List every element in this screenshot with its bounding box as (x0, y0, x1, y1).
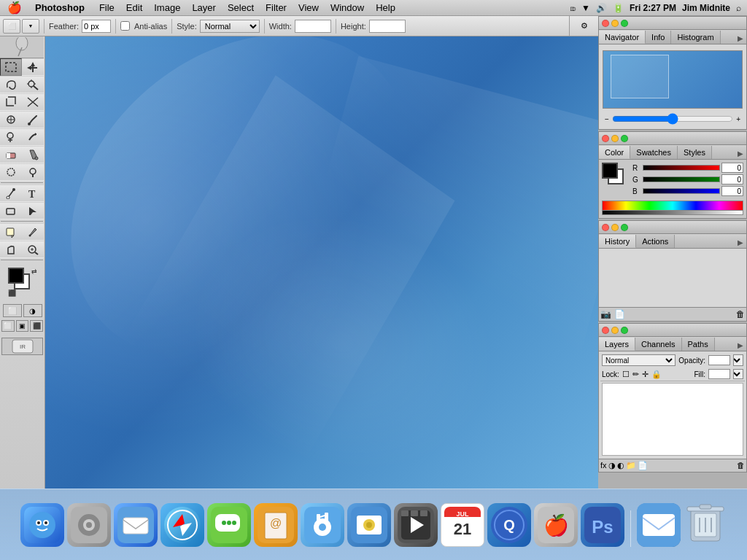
dock-item-trash[interactable] (684, 503, 727, 547)
dock-item-addressbook[interactable]: @ (254, 503, 298, 547)
crop-tool[interactable] (0, 93, 22, 111)
menu-edit[interactable]: Edit (120, 0, 148, 16)
dodge-tool[interactable] (22, 163, 44, 181)
default-colors-btn[interactable]: ⬛ (8, 289, 16, 297)
jump-btn[interactable]: IR (1, 338, 43, 355)
eyedropper-tool[interactable] (22, 223, 44, 241)
add-mask-btn[interactable]: ◑ (608, 461, 616, 470)
delete-state-btn[interactable]: 🗑 (736, 309, 745, 319)
color-expand[interactable]: ▶ (735, 148, 746, 159)
zoom-slider[interactable] (612, 113, 733, 125)
color-spectrum-bar[interactable] (602, 201, 743, 211)
color-bw-bar[interactable] (602, 211, 743, 215)
screen-mode-2[interactable]: ▣ (16, 320, 29, 332)
width-input[interactable] (295, 20, 331, 33)
zoom-out-btn[interactable]: − (605, 115, 609, 123)
marquee-tool-btn[interactable]: ⬜ (3, 19, 20, 34)
channel-g-slider[interactable] (643, 176, 720, 182)
channel-b-slider[interactable] (643, 188, 720, 194)
new-adjustment-btn[interactable]: ◐ (617, 461, 624, 470)
notes-tool[interactable] (0, 223, 22, 241)
blur-tool[interactable] (0, 163, 22, 181)
tab-histogram[interactable]: Histogram (671, 31, 720, 44)
dock-item-iphoto[interactable] (347, 503, 391, 547)
color-close-btn[interactable] (602, 135, 609, 142)
history-close-btn[interactable] (602, 224, 609, 231)
layers-zoom-btn[interactable] (621, 327, 628, 334)
battery-icon[interactable]: 🔋 (613, 3, 624, 13)
add-layer-style-btn[interactable]: fx (600, 461, 607, 470)
toolbar-right-btn[interactable]: ⚙ (569, 16, 598, 36)
style-select[interactable]: Normal Fixed Ratio Fixed Size (200, 20, 260, 33)
menu-image[interactable]: Image (148, 0, 186, 16)
lock-image-btn[interactable]: ✏ (632, 370, 639, 379)
marquee-options-btn[interactable]: ▼ (22, 19, 39, 34)
fill-arrow[interactable] (733, 369, 743, 379)
shape-tool[interactable] (0, 202, 22, 219)
dock-item-finalcut[interactable] (394, 503, 438, 547)
opacity-input[interactable] (708, 355, 730, 365)
lock-all-btn[interactable]: 🔒 (651, 370, 662, 379)
tab-channels[interactable]: Channels (635, 338, 681, 351)
channel-r-input[interactable] (721, 163, 743, 173)
new-group-btn[interactable]: 📁 (626, 461, 636, 470)
clone-tool[interactable] (0, 128, 22, 146)
layers-list[interactable] (602, 383, 743, 456)
menu-select[interactable]: Select (222, 0, 260, 16)
volume-icon[interactable]: 🔊 (596, 3, 607, 13)
tab-color[interactable]: Color (599, 146, 630, 159)
quick-mask-btn[interactable]: ◑ (23, 304, 42, 317)
color-zoom-btn[interactable] (621, 135, 628, 142)
pen-tool[interactable] (0, 184, 22, 202)
user-name[interactable]: Jim Midnite (682, 3, 730, 13)
paint-bucket-tool[interactable] (22, 146, 44, 163)
canvas-area[interactable] (0, 36, 598, 489)
eraser-tool[interactable] (0, 146, 22, 163)
nav-close-btn[interactable] (602, 20, 609, 27)
move-tool[interactable] (22, 58, 44, 76)
color-fg-swatch[interactable] (602, 163, 618, 179)
blend-mode-select[interactable]: Normal Multiply Screen (602, 354, 676, 366)
dock-item-itunes[interactable] (301, 503, 344, 547)
new-layer-btn[interactable]: 📄 (638, 461, 648, 470)
color-minimize-btn[interactable] (611, 135, 619, 142)
channel-g-input[interactable] (721, 174, 743, 184)
path-select-tool[interactable] (22, 202, 44, 219)
height-input[interactable] (369, 20, 406, 33)
dock-item-photoshop[interactable]: Ps (581, 503, 624, 547)
zoom-in-btn[interactable]: + (736, 115, 740, 123)
lock-transparent-btn[interactable]: ☐ (622, 370, 630, 379)
tab-actions[interactable]: Actions (636, 235, 675, 248)
tab-styles[interactable]: Styles (678, 146, 712, 159)
bluetooth-icon[interactable]: ⎄ (570, 3, 576, 13)
apple-menu[interactable]: 🍎 (0, 1, 29, 15)
magic-wand-tool[interactable] (22, 76, 44, 93)
spotlight-icon[interactable]: ⌕ (736, 3, 741, 13)
menu-filter[interactable]: Filter (260, 0, 293, 16)
menu-help[interactable]: Help (370, 0, 401, 16)
layers-expand[interactable]: ▶ (735, 340, 746, 351)
dock-item-ichat[interactable] (207, 503, 251, 547)
slice-tool[interactable] (22, 93, 44, 111)
dock-item-syspreferences[interactable] (67, 503, 111, 547)
menu-layer[interactable]: Layer (186, 0, 222, 16)
anti-alias-checkbox[interactable] (120, 21, 130, 31)
dock-item-quicktime[interactable]: Q (487, 503, 531, 547)
screen-mode-1[interactable]: ⬜ (1, 320, 15, 332)
history-brush-tool[interactable] (22, 128, 44, 146)
heal-tool[interactable] (0, 111, 22, 128)
layers-close-btn[interactable] (602, 327, 609, 334)
dock-item-mail[interactable] (114, 503, 158, 547)
lock-position-btn[interactable]: ✛ (642, 370, 649, 379)
history-minimize-btn[interactable] (611, 224, 619, 231)
foreground-color[interactable] (8, 268, 24, 284)
swap-colors-btn[interactable]: ⇄ (31, 268, 37, 275)
dock-item-mail3[interactable] (637, 503, 681, 547)
menu-view[interactable]: View (293, 0, 325, 16)
tab-info[interactable]: Info (646, 31, 671, 44)
tab-navigator[interactable]: Navigator (599, 31, 646, 44)
dock-item-safari[interactable] (160, 503, 204, 547)
navigator-expand[interactable]: ▶ (735, 33, 746, 44)
screen-mode-3[interactable]: ⬛ (30, 320, 43, 332)
feather-input[interactable] (82, 20, 111, 33)
